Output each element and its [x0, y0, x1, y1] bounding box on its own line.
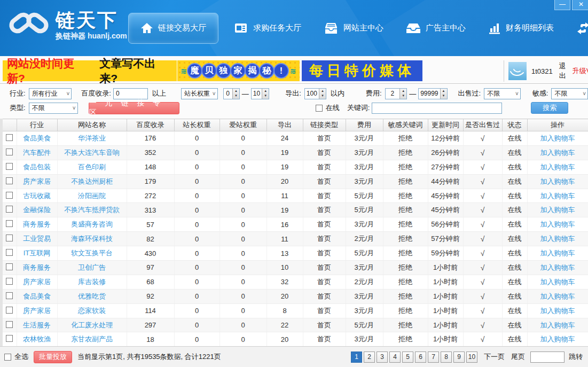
- row-checkbox[interactable]: [6, 335, 13, 342]
- page-button-4[interactable]: 4: [389, 352, 401, 363]
- row-checkbox[interactable]: [6, 192, 13, 199]
- site-name-link[interactable]: 卫创广告: [78, 263, 106, 271]
- nav-return[interactable]: 返回: [576, 22, 588, 35]
- sold-select[interactable]: 不限˅: [484, 88, 521, 99]
- spinner-arrows-icon[interactable]: ▲▼: [399, 89, 406, 99]
- site-name-link[interactable]: 不换达州厨柜: [71, 177, 113, 185]
- industry-link[interactable]: 商务服务: [23, 263, 51, 271]
- site-name-link[interactable]: 东甘农副产品: [71, 335, 113, 343]
- industry-link[interactable]: 食品美食: [23, 292, 51, 300]
- fee-min-spinner[interactable]: 2▲▼: [385, 88, 407, 99]
- site-name-link[interactable]: 奥盛商务咨询: [71, 220, 113, 228]
- row-checkbox[interactable]: [6, 263, 13, 270]
- site-name-link[interactable]: 海森环保科技: [71, 235, 113, 243]
- keyword-input[interactable]: [372, 103, 502, 114]
- avatar[interactable]: [508, 62, 527, 80]
- site-name-link[interactable]: 化工废水处理: [71, 321, 113, 329]
- online-checkbox[interactable]: [316, 105, 323, 112]
- spinner-arrows-icon[interactable]: ▲▼: [319, 89, 326, 99]
- row-checkbox[interactable]: [6, 149, 13, 155]
- logout-link[interactable]: 退出: [559, 61, 566, 81]
- row-checkbox[interactable]: [6, 206, 13, 213]
- site-name-link[interactable]: 华洋茶业: [78, 134, 106, 142]
- site-name-link[interactable]: 不换大连汽车音响: [64, 149, 120, 157]
- row-checkbox[interactable]: [6, 134, 13, 141]
- add-to-cart-link[interactable]: 加入购物车: [540, 263, 575, 271]
- add-to-cart-link[interactable]: 加入购物车: [540, 192, 575, 200]
- industry-link[interactable]: 房产家居: [23, 278, 51, 286]
- industry-link[interactable]: 生活服务: [23, 321, 51, 329]
- add-to-cart-link[interactable]: 加入购物车: [540, 335, 575, 343]
- page-button-5[interactable]: 5: [402, 352, 413, 363]
- weight-min-spinner[interactable]: 0▲▼: [223, 88, 240, 99]
- add-to-cart-link[interactable]: 加入购物车: [540, 292, 575, 300]
- add-to-cart-link[interactable]: 加入购物车: [540, 220, 575, 228]
- banner-update-promo[interactable]: 网站没时间更新? 文章写不出来?: [3, 60, 177, 81]
- row-checkbox[interactable]: [6, 163, 13, 170]
- search-button[interactable]: 搜索: [531, 102, 568, 114]
- row-checkbox[interactable]: [6, 278, 13, 285]
- weight-metric-select[interactable]: 站长权重˅: [181, 88, 218, 99]
- banner-mobei-promo[interactable]: ≋ 魔贝独家揭秘! ≋: [177, 60, 300, 81]
- page-button-1[interactable]: 1: [351, 352, 362, 363]
- spinner-arrows-icon[interactable]: ▲▼: [440, 89, 447, 99]
- last-page-button[interactable]: 尾页: [511, 352, 525, 362]
- site-name-link[interactable]: 恋家软装: [78, 307, 106, 315]
- industry-link[interactable]: IT互联网: [23, 249, 51, 257]
- add-to-cart-link[interactable]: 加入购物车: [540, 249, 575, 257]
- site-name-link[interactable]: 优雅吃货: [78, 292, 106, 300]
- site-name-link[interactable]: 不换汽车抵押贷款: [64, 206, 120, 214]
- site-name-link[interactable]: 汾阳画院: [78, 192, 106, 200]
- nav-link-trade-hall[interactable]: 链接交易大厅: [128, 13, 218, 44]
- upgrade-vip-link[interactable]: 升级VIP: [573, 66, 588, 76]
- nav-finance-list[interactable]: 财务明细列表: [488, 22, 554, 35]
- jump-label[interactable]: 跳转: [569, 352, 583, 362]
- industry-select[interactable]: 所有行业˅: [29, 88, 72, 99]
- site-name-link[interactable]: 百色印刷: [78, 163, 106, 171]
- industry-link[interactable]: 金融保险: [23, 206, 51, 214]
- sensitive-select[interactable]: 不限˅: [551, 88, 588, 99]
- add-to-cart-link[interactable]: 加入购物车: [540, 149, 575, 157]
- industry-link[interactable]: 食品美食: [23, 134, 51, 142]
- industry-link[interactable]: 房产家居: [23, 177, 51, 185]
- row-checkbox[interactable]: [6, 220, 13, 227]
- nav-purchase-task-hall[interactable]: 求购任务大厅: [234, 22, 301, 34]
- fee-max-spinner[interactable]: 99999▲▼: [418, 88, 447, 99]
- industry-link[interactable]: 房产家居: [23, 307, 51, 315]
- add-to-cart-link[interactable]: 加入购物车: [540, 307, 575, 315]
- row-checkbox[interactable]: [6, 177, 13, 184]
- next-page-button[interactable]: 下一页: [484, 352, 505, 362]
- add-to-cart-link[interactable]: 加入购物车: [540, 278, 575, 286]
- industry-link[interactable]: 汽车配件: [23, 149, 51, 157]
- site-name-link[interactable]: 库吉装修: [78, 278, 106, 286]
- page-button-10[interactable]: 10: [466, 352, 477, 363]
- row-checkbox[interactable]: [6, 292, 13, 299]
- weight-max-spinner[interactable]: 10▲▼: [251, 88, 269, 99]
- add-to-cart-link[interactable]: 加入购物车: [540, 321, 575, 329]
- page-button-9[interactable]: 9: [453, 352, 465, 363]
- one-yuan-zone-button[interactable]: 一 元 链 接 专 区: [89, 102, 179, 114]
- add-to-cart-link[interactable]: 加入购物车: [540, 134, 575, 142]
- page-button-8[interactable]: 8: [441, 352, 452, 363]
- nav-webmaster-center[interactable]: 网站主中心: [324, 22, 383, 34]
- type-select[interactable]: 不限˅: [29, 103, 78, 114]
- spinner-arrows-icon[interactable]: ▲▼: [262, 89, 269, 99]
- page-button-6[interactable]: 6: [415, 352, 426, 363]
- row-checkbox[interactable]: [6, 235, 13, 241]
- page-button-7[interactable]: 7: [428, 352, 439, 363]
- export-spinner[interactable]: 100▲▼: [304, 88, 326, 99]
- add-to-cart-link[interactable]: 加入购物车: [540, 235, 575, 243]
- page-button-2[interactable]: 2: [364, 352, 375, 363]
- site-name-link[interactable]: 软文互换平台: [71, 249, 113, 257]
- industry-link[interactable]: 工业贸易: [23, 235, 51, 243]
- baidu-index-input[interactable]: [113, 88, 148, 99]
- banner-daily-special[interactable]: 每日特价媒体: [302, 60, 422, 81]
- spinner-arrows-icon[interactable]: ▲▼: [232, 89, 239, 99]
- row-checkbox[interactable]: [6, 249, 13, 256]
- row-checkbox[interactable]: [6, 307, 13, 314]
- industry-link[interactable]: 农林牧渔: [23, 335, 51, 343]
- jump-page-input[interactable]: [530, 352, 565, 363]
- add-to-cart-link[interactable]: 加入购物车: [540, 177, 575, 185]
- industry-link[interactable]: 商务服务: [23, 220, 51, 228]
- industry-link[interactable]: 古玩收藏: [23, 192, 51, 200]
